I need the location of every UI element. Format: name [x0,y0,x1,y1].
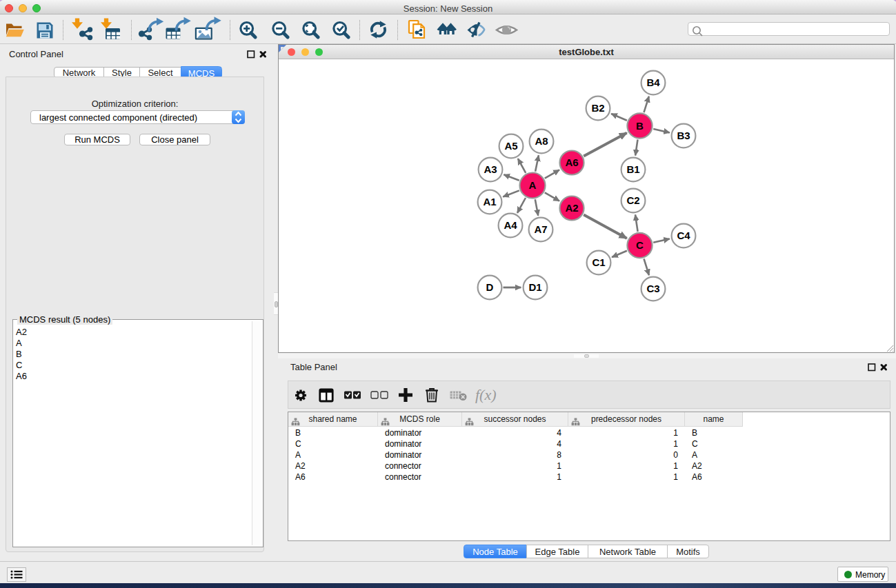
svg-text:D: D [486,281,494,293]
svg-text:B2: B2 [591,102,604,114]
svg-text:B3: B3 [677,130,690,141]
svg-text:B1: B1 [626,163,639,175]
svg-text:D1: D1 [528,281,541,293]
svg-text:A5: A5 [504,140,517,152]
svg-text:A6: A6 [565,156,578,168]
svg-text:A2: A2 [565,202,578,214]
svg-text:A8: A8 [535,135,548,147]
svg-text:A7: A7 [534,223,547,235]
svg-text:A: A [529,179,537,191]
svg-text:f(x): f(x) [475,386,497,403]
svg-text:C3: C3 [646,283,659,294]
svg-text:A4: A4 [504,219,517,231]
svg-text:C1: C1 [592,256,605,268]
svg-text:C2: C2 [626,194,639,206]
svg-text:C: C [636,239,644,251]
svg-text:A3: A3 [484,163,497,175]
svg-text:C4: C4 [677,230,690,241]
svg-text:B: B [636,120,644,132]
svg-text:A1: A1 [483,196,496,207]
svg-text:B4: B4 [646,77,660,88]
